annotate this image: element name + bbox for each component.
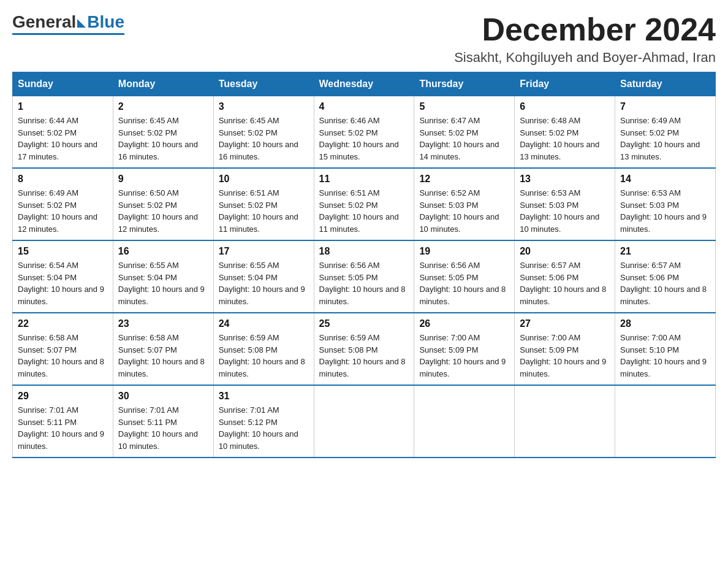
day-info: Sunrise: 7:01 AMSunset: 5:11 PMDaylight:… <box>18 404 108 452</box>
day-cell: 28 Sunrise: 7:00 AMSunset: 5:10 PMDaylig… <box>615 313 716 385</box>
day-cell: 11 Sunrise: 6:51 AMSunset: 5:02 PMDaylig… <box>314 168 414 240</box>
day-number: 1 <box>18 101 108 112</box>
day-cell: 14 Sunrise: 6:53 AMSunset: 5:03 PMDaylig… <box>615 168 716 240</box>
location-title: Sisakht, Kohgiluyeh and Boyer-Ahmad, Ira… <box>454 50 716 66</box>
day-info: Sunrise: 6:57 AMSunset: 5:06 PMDaylight:… <box>520 259 610 307</box>
day-info: Sunrise: 6:51 AMSunset: 5:02 PMDaylight:… <box>319 187 409 235</box>
day-cell: 18 Sunrise: 6:56 AMSunset: 5:05 PMDaylig… <box>314 240 414 313</box>
day-cell <box>314 385 414 458</box>
day-info: Sunrise: 7:01 AMSunset: 5:12 PMDaylight:… <box>219 404 309 452</box>
day-info: Sunrise: 6:54 AMSunset: 5:04 PMDaylight:… <box>18 259 108 307</box>
day-number: 26 <box>419 318 509 329</box>
day-cell: 31 Sunrise: 7:01 AMSunset: 5:12 PMDaylig… <box>213 385 314 458</box>
column-header-wednesday: Wednesday <box>314 72 414 96</box>
day-info: Sunrise: 7:01 AMSunset: 5:11 PMDaylight:… <box>118 404 208 452</box>
column-header-thursday: Thursday <box>414 72 515 96</box>
week-row-5: 29 Sunrise: 7:01 AMSunset: 5:11 PMDaylig… <box>13 385 716 458</box>
day-cell: 25 Sunrise: 6:59 AMSunset: 5:08 PMDaylig… <box>314 313 414 385</box>
column-header-monday: Monday <box>113 72 213 96</box>
day-cell: 2 Sunrise: 6:45 AMSunset: 5:02 PMDayligh… <box>113 96 213 169</box>
day-number: 31 <box>219 391 309 402</box>
day-cell: 22 Sunrise: 6:58 AMSunset: 5:07 PMDaylig… <box>13 313 113 385</box>
week-row-3: 15 Sunrise: 6:54 AMSunset: 5:04 PMDaylig… <box>13 240 716 313</box>
day-number: 10 <box>219 174 309 185</box>
column-header-saturday: Saturday <box>615 72 716 96</box>
day-number: 24 <box>219 318 309 329</box>
day-number: 5 <box>419 101 509 112</box>
day-number: 19 <box>419 246 509 257</box>
day-number: 2 <box>118 101 208 112</box>
day-number: 20 <box>520 246 610 257</box>
logo-general-text: General <box>12 12 76 32</box>
day-cell: 10 Sunrise: 6:51 AMSunset: 5:02 PMDaylig… <box>213 168 314 240</box>
day-info: Sunrise: 7:00 AMSunset: 5:09 PMDaylight:… <box>419 332 509 380</box>
day-info: Sunrise: 6:45 AMSunset: 5:02 PMDaylight:… <box>219 115 309 163</box>
day-info: Sunrise: 6:50 AMSunset: 5:02 PMDaylight:… <box>118 187 208 235</box>
day-number: 30 <box>118 391 208 402</box>
day-info: Sunrise: 6:58 AMSunset: 5:07 PMDaylight:… <box>118 332 208 380</box>
day-number: 25 <box>319 318 409 329</box>
day-number: 18 <box>319 246 409 257</box>
day-cell: 6 Sunrise: 6:48 AMSunset: 5:02 PMDayligh… <box>515 96 615 169</box>
week-row-2: 8 Sunrise: 6:49 AMSunset: 5:02 PMDayligh… <box>13 168 716 240</box>
day-cell: 12 Sunrise: 6:52 AMSunset: 5:03 PMDaylig… <box>414 168 515 240</box>
day-info: Sunrise: 6:53 AMSunset: 5:03 PMDaylight:… <box>620 187 710 235</box>
day-info: Sunrise: 7:00 AMSunset: 5:09 PMDaylight:… <box>520 332 610 380</box>
day-info: Sunrise: 6:45 AMSunset: 5:02 PMDaylight:… <box>118 115 208 163</box>
day-cell: 8 Sunrise: 6:49 AMSunset: 5:02 PMDayligh… <box>13 168 113 240</box>
day-info: Sunrise: 6:57 AMSunset: 5:06 PMDaylight:… <box>620 259 710 307</box>
logo-underline <box>12 33 124 35</box>
day-number: 28 <box>620 318 710 329</box>
day-number: 23 <box>118 318 208 329</box>
day-cell: 30 Sunrise: 7:01 AMSunset: 5:11 PMDaylig… <box>113 385 213 458</box>
week-row-1: 1 Sunrise: 6:44 AMSunset: 5:02 PMDayligh… <box>13 96 716 169</box>
day-number: 11 <box>319 174 409 185</box>
day-info: Sunrise: 6:44 AMSunset: 5:02 PMDaylight:… <box>18 115 108 163</box>
day-cell: 1 Sunrise: 6:44 AMSunset: 5:02 PMDayligh… <box>13 96 113 169</box>
day-cell: 26 Sunrise: 7:00 AMSunset: 5:09 PMDaylig… <box>414 313 515 385</box>
calendar-body: 1 Sunrise: 6:44 AMSunset: 5:02 PMDayligh… <box>13 96 716 458</box>
column-header-sunday: Sunday <box>13 72 113 96</box>
header-row: SundayMondayTuesdayWednesdayThursdayFrid… <box>13 72 716 96</box>
day-number: 17 <box>219 246 309 257</box>
day-cell: 20 Sunrise: 6:57 AMSunset: 5:06 PMDaylig… <box>515 240 615 313</box>
day-cell: 23 Sunrise: 6:58 AMSunset: 5:07 PMDaylig… <box>113 313 213 385</box>
day-number: 4 <box>319 101 409 112</box>
week-row-4: 22 Sunrise: 6:58 AMSunset: 5:07 PMDaylig… <box>13 313 716 385</box>
calendar-table: SundayMondayTuesdayWednesdayThursdayFrid… <box>12 72 716 458</box>
day-info: Sunrise: 6:58 AMSunset: 5:07 PMDaylight:… <box>18 332 108 380</box>
day-cell: 9 Sunrise: 6:50 AMSunset: 5:02 PMDayligh… <box>113 168 213 240</box>
day-info: Sunrise: 6:49 AMSunset: 5:02 PMDaylight:… <box>18 187 108 235</box>
day-info: Sunrise: 6:59 AMSunset: 5:08 PMDaylight:… <box>319 332 409 380</box>
day-number: 27 <box>520 318 610 329</box>
day-cell: 19 Sunrise: 6:56 AMSunset: 5:05 PMDaylig… <box>414 240 515 313</box>
day-info: Sunrise: 6:59 AMSunset: 5:08 PMDaylight:… <box>219 332 309 380</box>
day-number: 9 <box>118 174 208 185</box>
day-number: 22 <box>18 318 108 329</box>
day-cell: 27 Sunrise: 7:00 AMSunset: 5:09 PMDaylig… <box>515 313 615 385</box>
day-number: 6 <box>520 101 610 112</box>
day-cell <box>515 385 615 458</box>
day-info: Sunrise: 6:49 AMSunset: 5:02 PMDaylight:… <box>620 115 710 163</box>
day-info: Sunrise: 6:55 AMSunset: 5:04 PMDaylight:… <box>118 259 208 307</box>
title-block: December 2024 Sisakht, Kohgiluyeh and Bo… <box>454 12 716 66</box>
day-cell: 24 Sunrise: 6:59 AMSunset: 5:08 PMDaylig… <box>213 313 314 385</box>
calendar-header: SundayMondayTuesdayWednesdayThursdayFrid… <box>13 72 716 96</box>
day-number: 12 <box>419 174 509 185</box>
day-number: 21 <box>620 246 710 257</box>
day-cell <box>615 385 716 458</box>
day-cell: 21 Sunrise: 6:57 AMSunset: 5:06 PMDaylig… <box>615 240 716 313</box>
column-header-friday: Friday <box>515 72 615 96</box>
page-header: General Blue December 2024 Sisakht, Kohg… <box>12 12 716 66</box>
day-cell: 13 Sunrise: 6:53 AMSunset: 5:03 PMDaylig… <box>515 168 615 240</box>
logo: General Blue <box>12 12 124 35</box>
logo-arrow-icon <box>77 19 86 28</box>
column-header-tuesday: Tuesday <box>213 72 314 96</box>
day-info: Sunrise: 6:46 AMSunset: 5:02 PMDaylight:… <box>319 115 409 163</box>
day-number: 8 <box>18 174 108 185</box>
day-info: Sunrise: 6:55 AMSunset: 5:04 PMDaylight:… <box>219 259 309 307</box>
month-title: December 2024 <box>454 12 716 47</box>
day-info: Sunrise: 6:53 AMSunset: 5:03 PMDaylight:… <box>520 187 610 235</box>
day-number: 16 <box>118 246 208 257</box>
day-cell: 7 Sunrise: 6:49 AMSunset: 5:02 PMDayligh… <box>615 96 716 169</box>
